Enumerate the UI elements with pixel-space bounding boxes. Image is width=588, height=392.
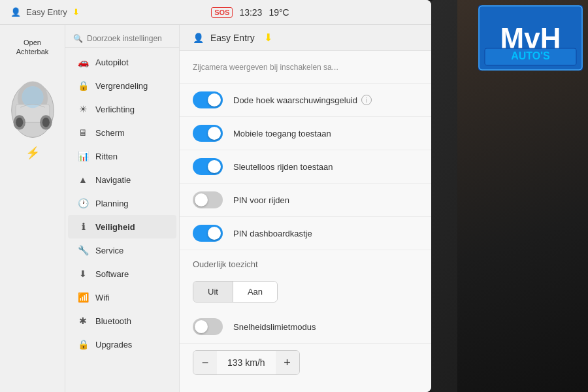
sidebar-label-verlichting: Verlichting xyxy=(95,105,135,114)
sidebar-item-ritten[interactable]: 📊Ritten xyxy=(68,144,176,168)
main-layout: Open Achterbak ⚡ xyxy=(0,25,431,392)
ouderlijk-toezicht-section-header: Ouderlijk toezicht xyxy=(180,250,431,273)
sidebar-item-navigatie[interactable]: ▲Navigatie xyxy=(68,168,176,191)
sidebar-icon-scherm: 🖥 xyxy=(77,127,89,139)
sidebar-label-navigatie: Navigatie xyxy=(95,175,131,185)
sidebar-icon-navigatie: ▲ xyxy=(77,174,89,186)
sidebar-label-scherm: Scherm xyxy=(95,128,125,138)
ouderlijk-toezicht-btn-group: UitAan xyxy=(193,281,278,302)
easy-entry-label: Easy Entry xyxy=(26,7,67,17)
ouderlijk-toezicht-label: Ouderlijk toezicht xyxy=(193,259,258,269)
toggle-pin_dashboardkastje[interactable] xyxy=(193,225,223,242)
sidebar-item-vergrendeling[interactable]: 🔒Vergrendeling xyxy=(68,74,176,97)
setting-row-zijcamera: Zijcamera weergeven bij inschakelen sa..… xyxy=(180,51,431,84)
sidebar-label-vergrendeling: Vergrendeling xyxy=(95,81,148,91)
setting-row-pin_rijden[interactable]: PIN voor rijden xyxy=(180,184,431,217)
sidebar-icon-wifi: 📶 xyxy=(77,291,89,303)
setting-row-sleutelloos[interactable]: Sleutelloos rijden toestaan xyxy=(180,150,431,184)
sidebar: 🔍 🚗Autopilot🔒Vergrendeling☀Verlichting🖥S… xyxy=(65,25,180,392)
setting-label-pin_rijden: PIN voor rijden xyxy=(233,195,418,205)
snelheidslimiet-label: Snelheidslimietmodus xyxy=(233,322,418,332)
setting-row-mobiele_toegang[interactable]: Mobiele toegang toestaan xyxy=(180,117,431,150)
content-header-title: Easy Entry xyxy=(210,33,255,43)
content-area: 👤 Easy Entry ⬇ Zijcamera weergeven bij i… xyxy=(180,25,431,392)
speed-minus-button[interactable]: − xyxy=(193,351,217,374)
content-header-user-icon: 👤 xyxy=(193,33,204,43)
sidebar-label-autopilot: Autopilot xyxy=(95,57,129,67)
time-label: 13:23 xyxy=(239,7,262,18)
content-header-download-icon: ⬇ xyxy=(264,31,272,44)
svg-point-4 xyxy=(16,118,23,127)
setting-row-pin_dashboardkastje[interactable]: PIN dashboardkastje xyxy=(180,217,431,250)
search-input[interactable] xyxy=(87,34,171,43)
speed-control: − 133 km/h + xyxy=(193,350,300,375)
snelheidslimiet-row[interactable]: Snelheidslimietmodus xyxy=(180,310,431,344)
svg-point-6 xyxy=(42,118,49,127)
sidebar-item-verlichting[interactable]: ☀Verlichting xyxy=(68,97,176,121)
user-icon: 👤 xyxy=(10,7,21,17)
sidebar-label-bluetooth: Bluetooth xyxy=(95,316,131,326)
sidebar-items-container: 🚗Autopilot🔒Vergrendeling☀Verlichting🖥Sch… xyxy=(65,50,179,356)
sidebar-label-software: Software xyxy=(95,269,129,279)
toggle-mobiele_toegang[interactable] xyxy=(193,125,223,142)
sidebar-icon-service: 🔧 xyxy=(77,244,89,256)
ouderlijk-toezicht-btn-aan[interactable]: Aan xyxy=(233,282,277,302)
setting-row-dode_hoek[interactable]: Dode hoek waarschuwingsgeluidi xyxy=(180,84,431,117)
sidebar-item-bluetooth[interactable]: ✱Bluetooth xyxy=(68,309,176,333)
svg-text:AUTO'S: AUTO'S xyxy=(511,50,550,61)
sidebar-label-upgrades: Upgrades xyxy=(95,340,132,350)
car-panel: Open Achterbak ⚡ xyxy=(0,25,65,392)
sidebar-label-veiligheid: Veiligheid xyxy=(95,222,135,232)
sidebar-icon-autopilot: 🚗 xyxy=(77,56,89,68)
content-header: 👤 Easy Entry ⬇ xyxy=(180,25,431,51)
speed-row: − 133 km/h + xyxy=(180,344,431,382)
sidebar-icon-bluetooth: ✱ xyxy=(77,315,89,327)
car-image xyxy=(7,62,59,140)
speed-plus-button[interactable]: + xyxy=(276,351,299,374)
sidebar-icon-vergrendeling: 🔒 xyxy=(77,80,89,91)
speed-value: 133 km/h xyxy=(217,357,276,368)
setting-label-mobiele_toegang: Mobiele toegang toestaan xyxy=(233,129,418,139)
topbar-left: 👤 Easy Entry ⬇ xyxy=(10,7,80,17)
sidebar-item-software[interactable]: ⬇Software xyxy=(68,262,176,286)
sidebar-item-wifi[interactable]: 📶Wifi xyxy=(68,286,176,309)
sidebar-item-scherm[interactable]: 🖥Scherm xyxy=(68,121,176,144)
download-icon: ⬇ xyxy=(73,7,80,17)
sidebar-icon-software: ⬇ xyxy=(77,268,89,280)
ouderlijk-toezicht-row: UitAan xyxy=(180,273,431,310)
sidebar-label-ritten: Ritten xyxy=(95,152,118,161)
sidebar-icon-ritten: 📊 xyxy=(77,150,89,162)
open-achterbak-label: Open Achterbak xyxy=(16,38,49,57)
temp-label: 19°C xyxy=(269,7,289,18)
snelheidslimiet-toggle[interactable] xyxy=(193,318,223,335)
sos-label: SOS xyxy=(211,7,233,18)
sidebar-icon-veiligheid: ℹ xyxy=(77,221,89,233)
tesla-screen: 👤 Easy Entry ⬇ SOS 13:23 19°C Open Achte… xyxy=(0,0,431,392)
toggle-sleutelloos[interactable] xyxy=(193,158,223,175)
sidebar-item-autopilot[interactable]: 🚗Autopilot xyxy=(68,50,176,74)
setting-label-pin_dashboardkastje: PIN dashboardkastje xyxy=(233,229,418,238)
svg-point-7 xyxy=(22,86,43,108)
setting-label-sleutelloos: Sleutelloos rijden toestaan xyxy=(233,162,418,172)
mvh-logo: MvH AUTO'S xyxy=(478,5,583,71)
sidebar-icon-planning: 🕐 xyxy=(77,197,89,209)
sidebar-label-planning: Planning xyxy=(95,199,129,208)
sidebar-label-service: Service xyxy=(95,246,123,255)
charge-icon: ⚡ xyxy=(25,146,40,160)
toggle-pin_rijden[interactable] xyxy=(193,191,223,208)
ouderlijk-toezicht-btn-uit[interactable]: Uit xyxy=(193,282,233,302)
sidebar-item-service[interactable]: 🔧Service xyxy=(68,238,176,262)
sidebar-item-veiligheid[interactable]: ℹVeiligheid xyxy=(68,215,176,238)
sidebar-icon-verlichting: ☀ xyxy=(77,103,89,115)
settings-container: Zijcamera weergeven bij inschakelen sa..… xyxy=(180,51,431,250)
topbar-center: SOS 13:23 19°C xyxy=(211,7,289,18)
search-bar: 🔍 xyxy=(65,30,179,48)
sidebar-item-upgrades[interactable]: 🔒Upgrades xyxy=(68,333,176,356)
sidebar-label-wifi: Wifi xyxy=(95,293,110,302)
info-icon[interactable]: i xyxy=(361,95,372,105)
toggle-dode_hoek[interactable] xyxy=(193,91,223,108)
sidebar-item-planning[interactable]: 🕐Planning xyxy=(68,191,176,215)
sidebar-icon-upgrades: 🔒 xyxy=(77,338,89,350)
setting-label-dode_hoek: Dode hoek waarschuwingsgeluidi xyxy=(233,95,418,105)
search-icon: 🔍 xyxy=(73,34,83,43)
